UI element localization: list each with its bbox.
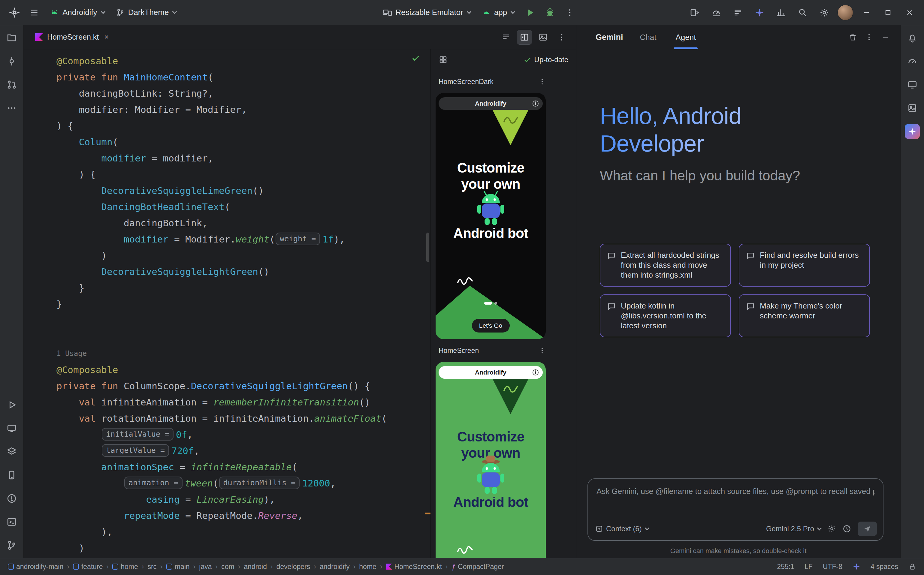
gemini-settings-icon[interactable]	[828, 524, 836, 533]
editor-tab-bar: HomeScreen.kt ×	[24, 25, 576, 49]
right-tool-stripe	[900, 25, 924, 558]
running-devices-tool-icon[interactable]	[3, 420, 20, 437]
history-icon[interactable]	[843, 524, 851, 533]
main-menu-icon[interactable]	[26, 4, 43, 21]
devices-icon	[383, 8, 392, 17]
editor-tab-homescreen[interactable]: HomeScreen.kt ×	[30, 25, 114, 49]
run-config-selector[interactable]: app	[478, 5, 519, 20]
running-devices-tool-icon[interactable]	[904, 76, 921, 93]
split-view-button[interactable]	[517, 30, 532, 44]
minimize-button[interactable]	[858, 4, 875, 21]
settings-icon[interactable]	[816, 4, 833, 21]
send-button[interactable]	[858, 522, 877, 536]
tab-agent[interactable]: Agent	[676, 25, 696, 49]
hide-panel-icon[interactable]	[881, 33, 889, 41]
gemini-toolbar-icon[interactable]	[751, 4, 768, 21]
breadcrumb-item[interactable]: androidify-main	[8, 563, 64, 571]
breadcrumb-separator: ›	[67, 563, 69, 571]
context-selector[interactable]: Context (6)	[595, 524, 649, 533]
model-selector[interactable]: Gemini 2.5 Pro	[766, 524, 821, 533]
device-name: Resizable Emulator	[395, 8, 463, 17]
breadcrumb-separator: ›	[314, 563, 316, 571]
preview-kebab-icon[interactable]	[538, 78, 546, 86]
kotlin-icon	[386, 564, 392, 570]
preview-phone-light[interactable]: Androidify Customize your own	[436, 362, 546, 558]
gemini-prompt-input[interactable]	[596, 484, 875, 499]
more-tool-windows-icon[interactable]	[3, 100, 20, 116]
line-ending[interactable]: LF	[805, 563, 813, 571]
code-view-button[interactable]	[499, 30, 513, 44]
debug-button[interactable]	[542, 4, 558, 21]
breadcrumb-item[interactable]: android	[244, 563, 267, 571]
preview-kebab-icon[interactable]	[538, 346, 546, 354]
caret-position[interactable]: 255:1	[777, 563, 794, 571]
breadcrumb-item[interactable]: home	[112, 563, 138, 571]
app-insights-icon[interactable]	[773, 4, 789, 21]
gemini-kebab-icon[interactable]	[865, 33, 873, 41]
scrollbar-warning-mark	[425, 513, 431, 515]
profiler-icon[interactable]	[708, 4, 725, 21]
preview-phone-dark[interactable]: Androidify Customize your own	[436, 93, 546, 339]
profiler-tool-icon[interactable]	[904, 53, 921, 70]
breadcrumb-item[interactable]: androidify	[320, 563, 350, 571]
device-manager-tool-icon[interactable]	[3, 467, 20, 483]
run-config-name: app	[494, 8, 507, 17]
device-selector[interactable]: Resizable Emulator	[379, 5, 475, 20]
run-tool-icon[interactable]	[3, 396, 20, 413]
preview-status: Up-to-date	[523, 56, 568, 64]
left-tool-stripe	[0, 25, 24, 558]
build-variants-tool-icon[interactable]	[3, 443, 20, 460]
avatar[interactable]	[838, 5, 853, 21]
breadcrumb-item[interactable]: com	[221, 563, 234, 571]
breadcrumb-separator: ›	[216, 563, 218, 571]
preview-label-homescreen: HomeScreen	[431, 339, 576, 362]
search-icon[interactable]	[794, 4, 811, 21]
breadcrumb-item[interactable]: HomeScreen.kt	[386, 563, 442, 571]
inspections-ok-check-icon[interactable]	[411, 53, 420, 62]
suggestion-card[interactable]: Find and resolve build errors in my proj…	[739, 244, 870, 287]
lock-icon[interactable]	[908, 563, 916, 570]
problems-tool-icon[interactable]	[3, 490, 20, 507]
version-control-tool-icon[interactable]	[3, 537, 20, 554]
trash-icon[interactable]	[849, 33, 857, 41]
editor-area: HomeScreen.kt ×	[24, 25, 576, 558]
project-selector[interactable]: Androidify	[46, 5, 109, 20]
gemini-tool-icon[interactable]	[904, 123, 921, 140]
code-editor[interactable]: @Composableprivate fun MainHomeContent( …	[24, 49, 431, 558]
terminal-tool-icon[interactable]	[3, 513, 20, 530]
ai-spark-icon[interactable]	[852, 563, 860, 570]
close-tab-icon[interactable]: ×	[104, 32, 109, 42]
breadcrumb-item[interactable]: developers	[277, 563, 310, 571]
editor-scrollbar[interactable]	[426, 233, 429, 262]
breadcrumb-item[interactable]: home	[359, 563, 377, 571]
pull-requests-tool-icon[interactable]	[3, 76, 20, 93]
pager-dots	[436, 302, 546, 305]
editor-options-kebab-icon[interactable]	[555, 30, 569, 44]
suggestion-card[interactable]: Extract all hardcoded strings from this …	[600, 244, 731, 287]
file-encoding[interactable]: UTF-8	[823, 563, 842, 571]
resource-manager-tool-icon[interactable]	[904, 100, 921, 116]
device-streaming-icon[interactable]	[686, 4, 703, 21]
breadcrumb-item[interactable]: src	[147, 563, 157, 571]
run-button[interactable]	[522, 4, 539, 21]
breadcrumb-item[interactable]: java	[199, 563, 212, 571]
preview-layout-icon[interactable]	[439, 55, 448, 64]
suggestion-card[interactable]: Make my Theme's color scheme warmer	[739, 294, 870, 337]
notifications-icon[interactable]	[904, 29, 921, 46]
project-tool-icon[interactable]	[3, 29, 20, 46]
breadcrumb-item[interactable]: feature	[73, 563, 103, 571]
tab-chat[interactable]: Chat	[640, 25, 657, 49]
indent-setting[interactable]: 4 spaces	[871, 563, 898, 571]
design-view-button[interactable]	[536, 30, 550, 44]
breadcrumb-separator: ›	[142, 563, 144, 571]
suggestion-card[interactable]: Update kotlin in @libs.version.toml to t…	[600, 294, 731, 337]
branch-selector[interactable]: DarkTheme	[112, 5, 181, 20]
toolbar-more-icon[interactable]	[561, 4, 578, 21]
breadcrumb-item[interactable]: ƒCompactPager	[452, 562, 504, 571]
close-button[interactable]	[901, 4, 918, 21]
breadcrumb-separator: ›	[160, 563, 163, 571]
maximize-button[interactable]	[879, 4, 896, 21]
logcat-icon[interactable]	[730, 4, 746, 21]
breadcrumb-item[interactable]: main	[166, 563, 190, 571]
commit-tool-icon[interactable]	[3, 53, 20, 70]
